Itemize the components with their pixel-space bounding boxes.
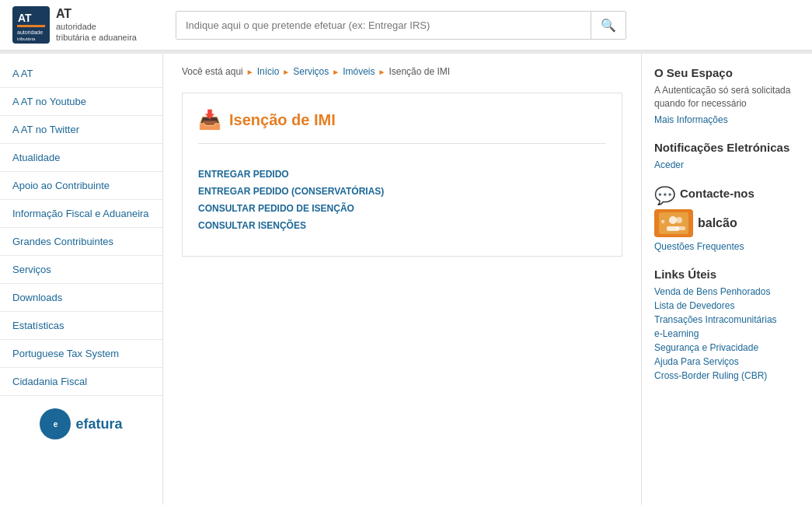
link-elearning[interactable]: e-Learning [654,328,699,339]
contacte-title: Contacte-nos [680,187,754,200]
list-item: Lista de Devedores [654,299,800,311]
svg-point-7 [669,216,677,224]
search-area: 🔍 [176,11,626,40]
link-ajuda[interactable]: Ajuda Para Serviços [654,356,739,367]
notificacoes-link[interactable]: Aceder [654,159,684,170]
efatura-logo-area: e efatura [0,396,162,452]
efatura-label: efatura [75,416,122,432]
sidebar-item-grandes[interactable]: Grandes Contribuintes [0,228,162,256]
link-lista-devedores[interactable]: Lista de Devedores [654,300,734,311]
seu-espaco-link[interactable]: Mais Informações [654,114,728,125]
breadcrumb-arrow-1: ► [246,68,254,76]
link-consultar-pedido[interactable]: CONSULTAR PEDIDO DE ISENÇÃO [198,200,606,217]
contacte-area: 💬 Contacte-nos [654,186,800,206]
at-logo-icon: AT autoridade tributária [12,6,50,44]
page-title-area: 📥 Isenção de IMI [198,109,606,144]
list-item: Ajuda Para Serviços [654,355,800,367]
sidebar-item-a-at-twitter[interactable]: A AT no Twitter [0,116,162,144]
sidebar-item-a-at-youtube[interactable]: A AT no Youtube [0,88,162,116]
svg-rect-2 [17,25,45,27]
links-uteis-title: Links Úteis [654,268,800,281]
seu-espaco-title: O Seu Espaço [654,66,800,79]
search-button[interactable]: 🔍 [591,12,626,39]
logo-at: AT [56,7,137,21]
logo-area: AT autoridade tributária AT autoridadetr… [12,6,176,44]
breadcrumb-imoveis[interactable]: Imóveis [343,66,375,77]
balcao-icon: e [654,209,693,237]
link-entregar-pedido-conservatorias[interactable]: ENTREGAR PEDIDO (CONSERVATÓRIAS) [198,183,606,200]
balcao-area: e balcão [654,209,800,237]
seu-espaco-section: O Seu Espaço A Autenticação só será soli… [654,66,800,125]
breadcrumb-arrow-2: ► [282,68,290,76]
breadcrumb-current: Isenção de IMI [389,66,450,77]
breadcrumb: Você está aqui ► Início ► Serviços ► Imó… [182,66,622,77]
page-content-box: 📥 Isenção de IMI ENTREGAR PEDIDO ENTREGA… [182,93,622,257]
svg-text:AT: AT [18,12,32,24]
link-venda-bens[interactable]: Venda de Bens Penhorados [654,286,770,297]
links-uteis-list: Venda de Bens Penhorados Lista de Devedo… [654,285,800,381]
sidebar-item-portuguese[interactable]: Portuguese Tax System [0,340,162,368]
sidebar-item-atualidade[interactable]: Atualidade [0,144,162,172]
sidebar-item-estatisticas[interactable]: Estatísticas [0,312,162,340]
svg-point-9 [676,217,682,223]
page-title-icon: 📥 [198,109,221,131]
svg-rect-10 [676,226,685,230]
logo-subtitle: autoridadetributária e aduaneira [56,21,137,44]
search-input[interactable] [176,12,591,39]
questoes-link[interactable]: Questões Frequentes [654,241,744,252]
main-content: Você está aqui ► Início ► Serviços ► Imó… [163,54,641,505]
link-consultar-isencoes[interactable]: CONSULTAR ISENÇÕES [198,217,606,234]
breadcrumb-arrow-3: ► [332,68,340,76]
breadcrumb-inicio[interactable]: Início [257,66,280,77]
sidebar-item-downloads[interactable]: Downloads [0,284,162,312]
balcao-label: balcão [698,216,737,230]
breadcrumb-prefix: Você está aqui [182,66,243,77]
contacte-icon: 💬 [654,186,675,206]
sidebar-item-cidadania[interactable]: Cidadania Fiscal [0,368,162,396]
breadcrumb-servicos[interactable]: Serviços [293,66,329,77]
efatura-icon: e [40,408,71,439]
list-item: e-Learning [654,327,800,339]
right-sidebar: O Seu Espaço A Autenticação só será soli… [641,54,812,505]
breadcrumb-arrow-4: ► [378,68,386,76]
logo-text: AT autoridadetributária e aduaneira [56,7,137,44]
link-cross-border[interactable]: Cross-Border Ruling (CBR) [654,370,767,381]
list-item: Cross-Border Ruling (CBR) [654,369,800,381]
page-title: Isenção de IMI [229,111,336,129]
sidebar: A AT A AT no Youtube A AT no Twitter Atu… [0,54,163,505]
seu-espaco-text: A Autenticação só será solicitada quando… [654,84,800,110]
notificacoes-section: Notificações Eletrónicas Aceder [654,141,800,170]
sidebar-item-a-at[interactable]: A AT [0,60,162,88]
sidebar-item-apoio[interactable]: Apoio ao Contribuinte [0,172,162,200]
link-transacoes[interactable]: Transações Intracomunitárias [654,314,777,325]
svg-text:autoridade: autoridade [17,30,43,35]
sidebar-item-info-fiscal[interactable]: Informação Fiscal e Aduaneira [0,200,162,228]
efatura-logo: e efatura [40,408,122,439]
links-uteis-section: Links Úteis Venda de Bens Penhorados Lis… [654,268,800,381]
svg-text:e: e [661,218,665,225]
notificacoes-title: Notificações Eletrónicas [654,141,800,154]
main-layout: A AT A AT no Youtube A AT no Twitter Atu… [0,54,812,505]
link-seguranca[interactable]: Segurança e Privacidade [654,342,758,353]
link-entregar-pedido[interactable]: ENTREGAR PEDIDO [198,166,606,183]
list-item: Venda de Bens Penhorados [654,285,800,297]
list-item: Transações Intracomunitárias [654,313,800,325]
contacte-section: 💬 Contacte-nos e balcão Questões Freque [654,186,800,252]
sidebar-item-servicos[interactable]: Serviços [0,256,162,284]
svg-text:tributária: tributária [17,37,36,41]
content-links: ENTREGAR PEDIDO ENTREGAR PEDIDO (CONSERV… [198,159,606,240]
list-item: Segurança e Privacidade [654,341,800,353]
header: AT autoridade tributária AT autoridadetr… [0,0,812,51]
